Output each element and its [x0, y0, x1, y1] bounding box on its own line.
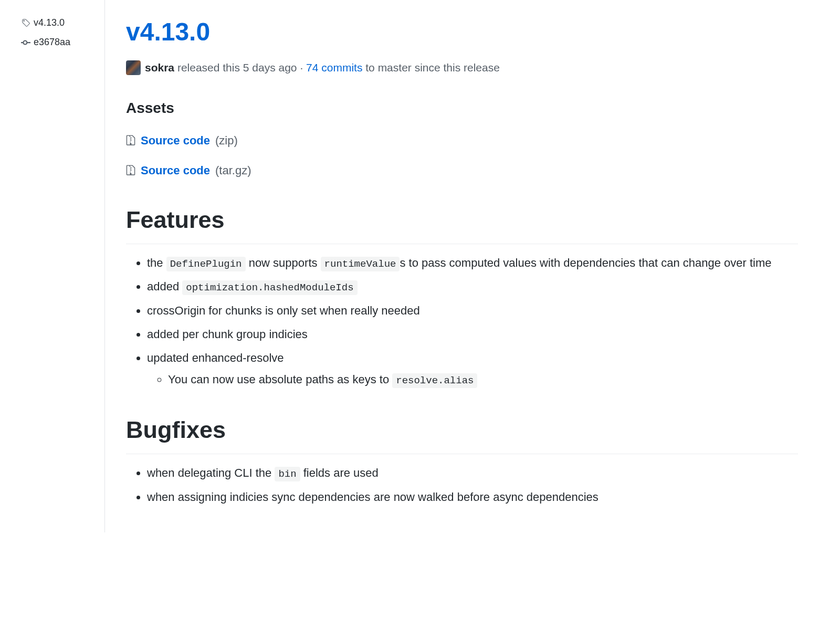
zip-icon	[126, 164, 135, 176]
commit-icon	[21, 38, 30, 47]
commits-link[interactable]: 74 commits	[306, 61, 362, 74]
list-item: You can now use absolute paths as keys t…	[168, 370, 798, 389]
release-title[interactable]: v4.13.0	[126, 13, 798, 51]
code-inline: resolve.alias	[392, 373, 477, 388]
asset-item: Source code (tar.gz)	[126, 162, 798, 179]
release-sidebar: v4.13.0 e3678aa	[0, 0, 105, 532]
code-inline: runtimeValue	[321, 257, 400, 271]
list-item: when delegating CLI the bin fields are u…	[147, 464, 798, 482]
tag-icon	[21, 18, 30, 28]
asset-link-zip[interactable]: Source code	[141, 132, 210, 149]
code-inline: DefinePlugin	[166, 257, 246, 271]
code-inline: bin	[275, 467, 300, 481]
tag-label: v4.13.0	[34, 16, 65, 30]
commit-label: e3678aa	[34, 35, 70, 49]
asset-ext: (zip)	[215, 132, 238, 149]
release-main: v4.13.0 sokra released this 5 days ago ·…	[105, 0, 819, 532]
list-item: crossOrigin for chunks is only set when …	[147, 301, 798, 320]
avatar[interactable]	[126, 60, 141, 75]
commit-link[interactable]: e3678aa	[21, 35, 94, 49]
code-inline: optimization.hashedModuleIds	[182, 280, 357, 295]
list-item: the DefinePlugin now supports runtimeVal…	[147, 254, 798, 272]
release-meta: sokra released this 5 days ago · 74 comm…	[126, 59, 798, 76]
bugfixes-list: when delegating CLI the bin fields are u…	[126, 464, 798, 506]
features-heading: Features	[126, 202, 798, 245]
author-link[interactable]: sokra	[145, 61, 174, 74]
list-item: when assigning indicies sync dependencie…	[147, 488, 798, 506]
asset-link-targz[interactable]: Source code	[141, 162, 210, 179]
features-list: the DefinePlugin now supports runtimeVal…	[126, 254, 798, 389]
assets-heading: Assets	[126, 97, 798, 119]
tag-link[interactable]: v4.13.0	[21, 16, 94, 30]
list-item: updated enhanced-resolve You can now use…	[147, 349, 798, 389]
meta-separator: ·	[300, 61, 303, 74]
zip-icon	[126, 134, 135, 146]
list-item: added per chunk group indicies	[147, 325, 798, 343]
list-item: added optimization.hashedModuleIds	[147, 277, 798, 296]
asset-ext: (tar.gz)	[215, 162, 251, 179]
asset-item: Source code (zip)	[126, 132, 798, 149]
bugfixes-heading: Bugfixes	[126, 412, 798, 455]
commits-suffix: to master since this release	[365, 61, 500, 74]
released-text: released this 5 days ago	[177, 61, 297, 74]
